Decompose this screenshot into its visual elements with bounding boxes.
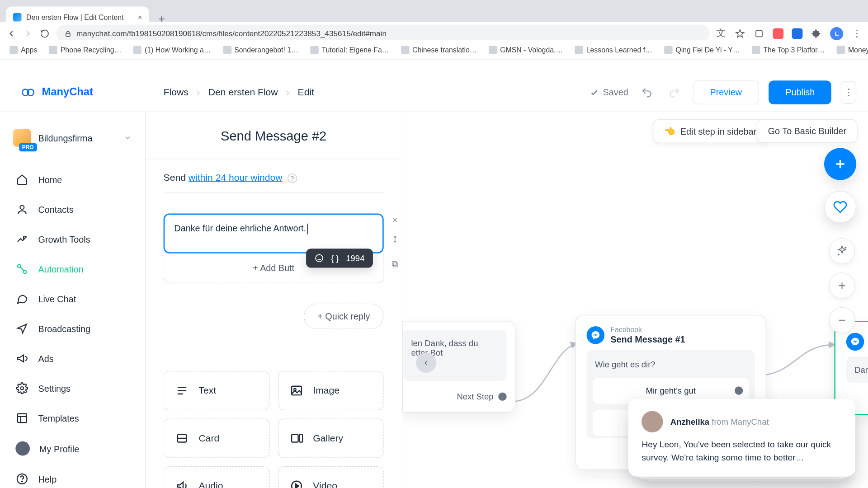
block-image[interactable]: Image: [278, 371, 383, 410]
remove-block-icon[interactable]: [390, 215, 401, 225]
extension-icon-2[interactable]: [792, 28, 803, 39]
sidebar-item-growth[interactable]: Growth Tools: [7, 224, 138, 254]
bookmark-item[interactable]: Chinese translatio…: [397, 43, 481, 56]
bookmark-item[interactable]: Sonderangebot! 1…: [219, 43, 302, 56]
logo[interactable]: ManyChat: [0, 84, 146, 100]
gear-icon: [15, 382, 28, 395]
block-text[interactable]: Text: [164, 371, 269, 410]
bookmark-item[interactable]: Money Changes E…: [833, 43, 868, 56]
extensions-icon[interactable]: [811, 28, 822, 39]
block-card[interactable]: Card: [164, 419, 269, 458]
add-quick-reply[interactable]: + Quick reply: [304, 304, 384, 329]
breadcrumb: Flows › Den ersten Flow › Edit: [146, 87, 314, 98]
forward-icon[interactable]: [23, 28, 33, 39]
messenger-icon: [846, 333, 864, 351]
goto-basic-builder[interactable]: Go To Basic Builder: [757, 119, 858, 142]
chat-notification[interactable]: Anzhelika from ManyChat Hey Leon, You've…: [628, 399, 855, 476]
fab-column: [824, 148, 856, 223]
chevron-down-icon: [123, 134, 132, 142]
redo-button[interactable]: [665, 83, 684, 101]
sidebar-item-broadcasting[interactable]: Broadcasting: [7, 314, 138, 343]
next-step-port[interactable]: Next Step: [403, 392, 507, 401]
bookmark-item[interactable]: Qing Fei De Yi - Y…: [660, 43, 743, 56]
chrome-profile-avatar[interactable]: L: [830, 27, 844, 40]
bookmark-item[interactable]: Tutorial: Eigene Fa…: [307, 43, 392, 56]
zoom-out-button[interactable]: [829, 307, 855, 333]
sidebar-item-settings[interactable]: Settings: [7, 373, 138, 403]
duplicate-icon[interactable]: [390, 259, 401, 270]
auto-arrange-button[interactable]: [829, 238, 855, 264]
send-window-link[interactable]: within 24 hour window: [189, 172, 283, 182]
message-block: Danke für deine ehrliche Antwort. { } 19…: [164, 214, 384, 253]
block-video[interactable]: Video: [278, 466, 383, 488]
bookmarks-bar: Apps Phone Recycling… (1) How Working a……: [0, 40, 868, 60]
bookmark-apps[interactable]: Apps: [6, 43, 41, 56]
bookmark-item[interactable]: The Top 3 Platfor…: [748, 43, 828, 56]
preview-button[interactable]: Preview: [693, 80, 759, 104]
sidebar-item-livechat[interactable]: Live Chat: [7, 284, 138, 314]
kebab-menu[interactable]: ⋮: [841, 81, 856, 103]
svg-rect-0: [66, 33, 70, 36]
block-palette: Text Image Card Gallery Audio Video File…: [164, 371, 384, 488]
sidebar-item-templates[interactable]: Templates: [7, 403, 138, 433]
port-icon[interactable]: [735, 387, 743, 395]
chat-avatar: [642, 411, 663, 433]
flow-node-partial[interactable]: len Dank, dass du etter Bot ‹ Next Step: [402, 321, 516, 413]
undo-button[interactable]: [638, 83, 656, 101]
reload-icon[interactable]: [39, 28, 50, 39]
crumb-flow-name[interactable]: Den ersten Flow: [208, 87, 278, 98]
sidebar-item-ads[interactable]: Ads: [7, 343, 138, 373]
logo-text: ManyChat: [42, 86, 93, 99]
extension-icon-1[interactable]: [773, 28, 784, 39]
chat-icon: [15, 292, 28, 305]
editor-title: Send Message #2: [146, 112, 401, 159]
help-tooltip-icon[interactable]: ?: [288, 174, 297, 183]
sidebar-item-contacts[interactable]: Contacts: [7, 194, 138, 224]
chat-body: Hey Leon, You've been selected to take o…: [642, 438, 842, 464]
add-step-fab[interactable]: [824, 148, 856, 180]
translate-icon[interactable]: 文: [716, 28, 726, 39]
send-window: Send within 24 hour window ?: [146, 159, 401, 183]
bookmark-item[interactable]: (1) How Working a…: [130, 43, 215, 56]
chat-sender-source: from ManyChat: [709, 417, 769, 427]
add-button[interactable]: + Add Butt: [164, 253, 384, 283]
zoom-in-button[interactable]: [829, 272, 855, 299]
bookmark-item[interactable]: GMSN - Vologda,…: [485, 43, 566, 56]
editor-panel: Send Message #2 Send within 24 hour wind…: [146, 112, 402, 488]
svg-point-10: [22, 481, 23, 482]
bookmark-item[interactable]: Phone Recycling…: [46, 43, 125, 56]
sidebar-item-home[interactable]: Home: [7, 164, 138, 194]
block-audio[interactable]: Audio: [164, 466, 269, 488]
publish-button[interactable]: Publish: [769, 80, 831, 104]
zoom-controls: [829, 238, 855, 333]
workspace-selector[interactable]: PRO Bildungsfirma: [0, 118, 145, 164]
block-gallery[interactable]: Gallery: [278, 419, 383, 458]
bookmark-item[interactable]: Lessons Learned f…: [571, 43, 656, 56]
crumb-edit: Edit: [298, 87, 314, 98]
svg-point-22: [845, 247, 846, 248]
sidebar-item-help[interactable]: Help: [7, 464, 138, 488]
sidebar-item-automation[interactable]: Automation: [7, 254, 138, 284]
sidebar: PRO Bildungsfirma Home Contacts Growth T…: [0, 112, 146, 488]
ads-icon: [15, 352, 28, 365]
tab-title: Den ersten Flow | Edit Content: [26, 13, 123, 21]
chat-sender-name: Anzhelika: [670, 417, 709, 427]
chrome-menu-icon[interactable]: ⋮: [852, 28, 863, 39]
favorite-fab[interactable]: [824, 191, 856, 223]
svg-rect-12: [394, 263, 398, 267]
star-icon[interactable]: [735, 28, 745, 39]
lock-icon: [65, 30, 72, 37]
message-text-input[interactable]: Danke für deine ehrliche Antwort. { } 19…: [164, 214, 384, 253]
resize-handle-icon[interactable]: [390, 234, 401, 244]
close-tab-icon[interactable]: ×: [138, 13, 142, 21]
apps-icon: [9, 46, 18, 54]
prev-arrow-icon[interactable]: ‹: [416, 352, 436, 373]
flow-canvas[interactable]: 👈Edit step in sidebar Go To Basic Builde…: [402, 112, 868, 488]
edit-step-sidebar[interactable]: 👈Edit step in sidebar: [653, 119, 768, 143]
port-icon[interactable]: [498, 393, 506, 401]
share-icon[interactable]: [754, 28, 765, 39]
back-icon[interactable]: [6, 28, 17, 39]
message-preview: len Dank, dass du etter Bot ‹: [403, 330, 507, 381]
audio-icon: [175, 479, 189, 488]
sidebar-item-profile[interactable]: My Profile: [7, 433, 138, 464]
